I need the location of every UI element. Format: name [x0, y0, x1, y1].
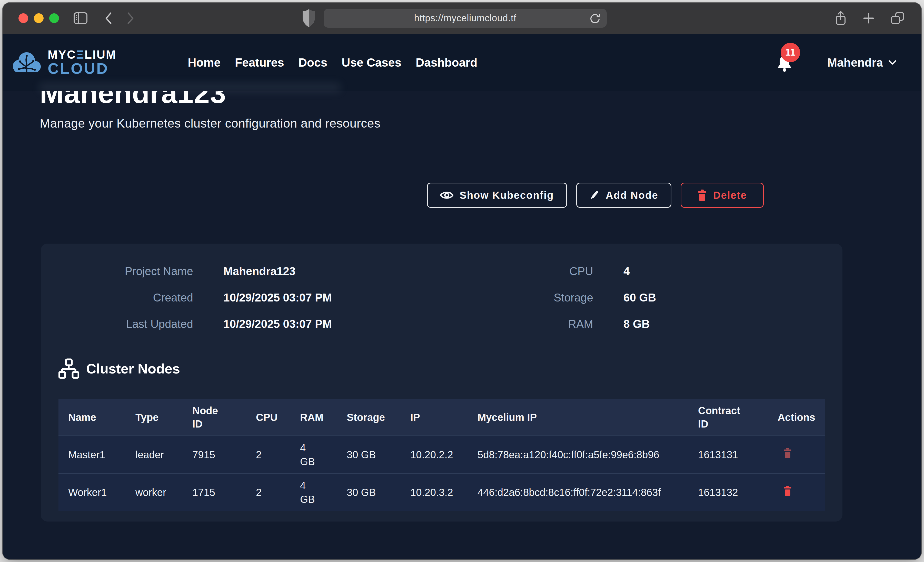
- cell-mycelium-ip: 5d8:78ea:a120:f40c:ff0f:a5fe:99e6:8b96: [468, 436, 688, 473]
- column-header-ram: RAM: [290, 399, 337, 436]
- primary-navigation: Home Features Docs Use Cases Dashboard: [188, 55, 477, 69]
- cluster-nodes-header: Cluster Nodes: [58, 358, 180, 379]
- site-navbar: MYCΞLIUM CLOUD Home Features Docs Use Ca…: [3, 34, 921, 91]
- detail-label: Last Updated: [41, 318, 193, 330]
- logo-line-mycelium: MYCΞLIUM: [48, 49, 116, 60]
- detail-label: CPU: [441, 265, 593, 278]
- cell-ip: 10.20.3.2: [400, 473, 468, 511]
- resource-details: CPU 4 Storage 60 GB RAM 8 GB: [441, 265, 656, 330]
- logo-line-cloud: CLOUD: [48, 61, 116, 76]
- cell-type: leader: [126, 436, 183, 473]
- column-header-type: Type: [126, 399, 183, 436]
- cell-cpu: 2: [246, 436, 290, 473]
- column-header-contract-id: Contract ID: [688, 399, 768, 436]
- url-text: https://myceliumcloud.tf: [414, 13, 516, 24]
- cell-ip: 10.20.2.2: [400, 436, 468, 473]
- nav-link-docs[interactable]: Docs: [298, 55, 327, 69]
- share-icon[interactable]: [835, 11, 846, 25]
- column-header-node-id: Node ID: [183, 399, 246, 436]
- cell-cpu: 2: [246, 473, 290, 511]
- table-row: Worker1 worker 1715 2 4 GB 30 GB 10.20.3…: [58, 473, 825, 511]
- delete-node-button[interactable]: [783, 486, 792, 496]
- delete-node-button[interactable]: [783, 448, 792, 458]
- detail-label: Storage: [441, 291, 593, 304]
- table-row: Master1 leader 7915 2 4 GB 30 GB 10.20.2…: [58, 436, 825, 473]
- blurred-title-artifact: [39, 83, 341, 92]
- nav-link-home[interactable]: Home: [188, 55, 220, 69]
- privacy-shield-icon[interactable]: [302, 9, 315, 28]
- detail-value: Mahendra123: [224, 265, 332, 278]
- minimize-window-button[interactable]: [34, 13, 44, 23]
- add-node-label: Add Node: [606, 190, 658, 201]
- detail-label: Project Name: [41, 265, 193, 278]
- cell-node-id: 1715: [183, 473, 246, 511]
- cell-node-id: 7915: [183, 436, 246, 473]
- cluster-actions-toolbar: Show Kubeconfig Add Node: [427, 182, 764, 208]
- forward-button-icon[interactable]: [127, 12, 134, 25]
- traffic-lights: [18, 13, 59, 23]
- cluster-nodes-table: Name Type Node ID CPU RAM Storage IP Myc…: [58, 399, 825, 511]
- eye-icon: [440, 190, 453, 200]
- add-node-button[interactable]: Add Node: [576, 182, 671, 208]
- pencil-icon: [590, 190, 600, 200]
- browser-window: https://myceliumcloud.tf: [3, 3, 921, 559]
- notifications-bell-button[interactable]: 11: [774, 52, 795, 72]
- back-button-icon[interactable]: [105, 12, 112, 25]
- cell-name: Master1: [58, 436, 126, 473]
- user-name: Mahendra: [827, 55, 883, 69]
- chevron-down-icon: [888, 60, 897, 65]
- show-kubeconfig-label: Show Kubeconfig: [460, 190, 554, 201]
- new-tab-icon[interactable]: [863, 13, 874, 24]
- cluster-details-panel: Project Name Mahendra123 Created 10/29/2…: [41, 244, 843, 522]
- project-details: Project Name Mahendra123 Created 10/29/2…: [41, 265, 332, 330]
- cell-type: worker: [126, 473, 183, 511]
- cell-name: Worker1: [58, 473, 126, 511]
- cell-ram: 4 GB: [290, 436, 337, 473]
- tab-overview-icon[interactable]: [891, 12, 904, 25]
- user-menu-button[interactable]: Mahendra: [827, 55, 897, 69]
- close-window-button[interactable]: [18, 13, 28, 23]
- detail-label: RAM: [441, 318, 593, 330]
- cell-actions: [768, 473, 825, 511]
- sitemap-icon: [58, 358, 79, 379]
- cell-actions: [768, 436, 825, 473]
- detail-value: 4: [623, 265, 656, 278]
- zoom-window-button[interactable]: [49, 13, 59, 23]
- column-header-mycelium-ip: Mycelium IP: [468, 399, 688, 436]
- logo-wordmark: MYCΞLIUM CLOUD: [48, 49, 116, 76]
- column-header-actions: Actions: [768, 399, 825, 436]
- cluster-nodes-title: Cluster Nodes: [86, 361, 180, 377]
- notification-count-badge: 11: [781, 43, 800, 62]
- site-content: Mahendra123 Manage your Kubernetes clust…: [3, 34, 921, 559]
- cell-ram: 4 GB: [290, 473, 337, 511]
- reload-icon[interactable]: [589, 12, 601, 24]
- delete-cluster-button[interactable]: Delete: [681, 182, 764, 208]
- delete-label: Delete: [713, 190, 747, 201]
- browser-titlebar: https://myceliumcloud.tf: [3, 3, 921, 34]
- show-kubeconfig-button[interactable]: Show Kubeconfig: [427, 182, 567, 208]
- detail-value: 8 GB: [623, 318, 656, 330]
- page-subtitle: Manage your Kubernetes cluster configura…: [40, 116, 380, 130]
- nav-link-use-cases[interactable]: Use Cases: [342, 55, 401, 69]
- sidebar-toggle-icon[interactable]: [74, 12, 88, 24]
- cell-storage: 30 GB: [337, 473, 400, 511]
- cell-mycelium-ip: 446:d2a6:8bcd:8c16:ff0f:72e2:3114:863f: [468, 473, 688, 511]
- cell-contract-id: 1613131: [688, 436, 768, 473]
- nav-link-dashboard[interactable]: Dashboard: [416, 55, 477, 69]
- cell-storage: 30 GB: [337, 436, 400, 473]
- cell-contract-id: 1613132: [688, 473, 768, 511]
- table-header-row: Name Type Node ID CPU RAM Storage IP Myc…: [58, 399, 825, 436]
- nav-link-features[interactable]: Features: [235, 55, 284, 69]
- trash-icon: [697, 190, 707, 201]
- column-header-storage: Storage: [337, 399, 400, 436]
- column-header-ip: IP: [400, 399, 468, 436]
- detail-value: 60 GB: [623, 291, 656, 304]
- url-bar[interactable]: https://myceliumcloud.tf: [324, 9, 607, 28]
- mycelium-cloud-logo[interactable]: MYCΞLIUM CLOUD: [11, 49, 116, 76]
- detail-value: 10/29/2025 03:07 PM: [224, 318, 332, 330]
- detail-label: Created: [41, 291, 193, 304]
- column-header-name: Name: [58, 399, 126, 436]
- column-header-cpu: CPU: [246, 399, 290, 436]
- detail-value: 10/29/2025 03:07 PM: [224, 291, 332, 304]
- cloud-logo-icon: [11, 49, 43, 76]
